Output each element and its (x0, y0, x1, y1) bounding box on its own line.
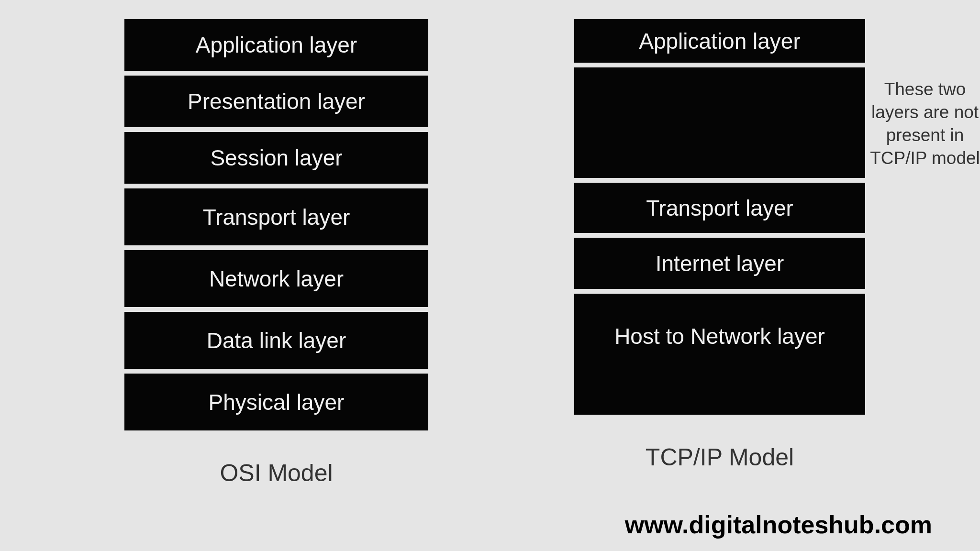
footer-url: www.digitalnoteshub.com (625, 510, 932, 539)
tcpip-layer-application: Application layer (574, 19, 865, 63)
diagram-container: Application layer Presentation layer Ses… (124, 19, 967, 487)
tcpip-column: Application layer Transport layer Intern… (574, 19, 865, 487)
tcpip-layer-transport: Transport layer (574, 183, 865, 233)
tcpip-layer-empty (574, 67, 865, 178)
side-note: These two layers are not present in TCP/… (870, 78, 980, 170)
tcpip-layer-internet: Internet layer (574, 238, 865, 289)
osi-layer-presentation: Presentation layer (124, 76, 428, 127)
osi-layer-transport: Transport layer (124, 188, 428, 245)
tcpip-layer-host: Host to Network layer (574, 294, 865, 415)
osi-layer-physical: Physical layer (124, 374, 428, 430)
osi-model-title: OSI Model (124, 459, 428, 487)
osi-layer-network: Network layer (124, 250, 428, 307)
osi-column: Application layer Presentation layer Ses… (124, 19, 428, 487)
osi-layer-datalink: Data link layer (124, 312, 428, 369)
osi-layer-session: Session layer (124, 132, 428, 184)
osi-layer-application: Application layer (124, 19, 428, 71)
tcpip-model-title: TCP/IP Model (574, 443, 865, 471)
columns-wrapper: Application layer Presentation layer Ses… (124, 19, 967, 487)
